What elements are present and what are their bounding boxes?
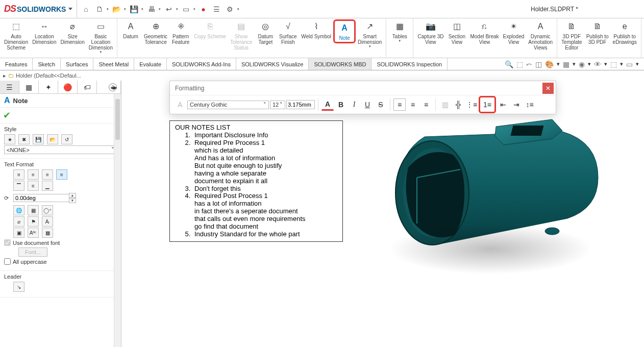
note-lock-icon[interactable]: A xyxy=(174,98,186,111)
ribbon-capture-3d-view[interactable]: 📷Capture 3DView xyxy=(415,19,445,46)
tab-evaluate[interactable]: Evaluate xyxy=(134,58,167,70)
undo-icon[interactable]: ↩ xyxy=(164,4,174,14)
valign-bot-icon[interactable]: ▁ xyxy=(42,181,53,191)
line-spacing-icon[interactable]: ↕≡ xyxy=(524,98,536,111)
open-icon[interactable]: 📂 xyxy=(112,4,122,14)
bullet-list-icon[interactable]: ⋮≡ xyxy=(465,98,478,111)
close-icon[interactable]: ✕ xyxy=(542,83,554,94)
use-doc-font-checkbox[interactable] xyxy=(4,239,11,246)
link-dim-icon[interactable]: ⌀ xyxy=(13,216,24,227)
tab-solidworks-visualize[interactable]: SOLIDWORKS Visualize xyxy=(236,58,309,70)
insert-geom-icon[interactable]: 🌐 xyxy=(13,205,24,215)
number-list-icon[interactable]: 1≡ xyxy=(481,98,493,111)
angle-spin-up[interactable]: ▴ xyxy=(69,193,76,198)
justify-center-icon[interactable]: ≡ xyxy=(407,98,419,111)
feature-tree-tab-icon[interactable]: ☰ xyxy=(0,81,19,93)
ribbon-copy-scheme[interactable]: ⎘Copy Scheme xyxy=(192,19,228,40)
ribbon-auto-dimension-scheme[interactable]: ⬚AutoDimensionScheme xyxy=(2,19,30,52)
select-icon[interactable]: ▭ xyxy=(181,4,191,14)
ribbon-basic-location-dimension[interactable]: ▭BasicLocationDimension▼ xyxy=(87,19,115,55)
ribbon-surface-finish[interactable]: √SurfaceFinish xyxy=(277,19,299,46)
column-icon[interactable]: ▥ xyxy=(439,98,451,111)
justify-left-icon[interactable]: ≡ xyxy=(393,98,406,111)
ribbon-3d-pdf-template-editor[interactable]: 🗎3D PDFTemplateEditor xyxy=(559,19,584,52)
rebuild-icon[interactable]: ● xyxy=(199,4,209,14)
property-tab-icon[interactable]: ▦ xyxy=(19,81,39,93)
hide-show-icon[interactable]: ▦ xyxy=(563,60,569,68)
print-icon[interactable]: 🖶 xyxy=(146,4,157,14)
sf-icon[interactable]: ▦ xyxy=(42,228,53,238)
ribbon-smart-dimension[interactable]: ↗SmartDimension▼ xyxy=(356,19,384,49)
ribbon-weld-symbol[interactable]: ⌇Weld Symbol xyxy=(299,19,333,40)
add-sym-icon[interactable]: Aᵢ xyxy=(42,216,53,227)
tab-solidworks-mbd[interactable]: SOLIDWORKS MBD xyxy=(309,58,371,70)
ribbon-pattern-feature[interactable]: ⁜PatternFeature xyxy=(169,19,192,46)
ribbon-publish-to-3d-pdf[interactable]: 🗎Publish to3D PDF xyxy=(584,19,611,46)
valign-top-icon[interactable]: ▔ xyxy=(13,181,24,191)
ribbon-location-dimension[interactable]: ↔LocationDimension xyxy=(30,19,58,46)
graphics-area[interactable]: Formatting ✕ A Century Gothic˅ 12˅ A B I… xyxy=(121,81,644,347)
list-icon[interactable]: ☰ xyxy=(212,4,222,14)
ribbon-model-break-view[interactable]: ⎌Model BreakView xyxy=(468,19,501,46)
flag-icon[interactable]: ⚑ xyxy=(28,216,39,227)
dimxpert-tab-icon[interactable]: 🏷 xyxy=(78,81,97,93)
view-orient-icon[interactable]: 👁 xyxy=(594,60,601,68)
appearance-tab-icon[interactable]: 🔴 xyxy=(58,81,78,93)
tab-features[interactable]: Features xyxy=(0,58,33,70)
bold-icon[interactable]: B xyxy=(335,98,347,111)
align-just-icon[interactable]: ≡ xyxy=(56,169,67,180)
zoom-fit-icon[interactable]: 🔍 xyxy=(505,60,513,68)
font-color-icon[interactable]: A xyxy=(321,98,334,111)
prev-view-icon[interactable]: ⤺ xyxy=(526,60,532,68)
save-fav-icon[interactable]: 💾 xyxy=(33,134,44,144)
indent-icon[interactable]: ⇥ xyxy=(510,98,523,111)
ribbon-publish-to-edrawings[interactable]: ePublish toeDrawings xyxy=(611,19,639,46)
tab-solidworks-inspection[interactable]: SOLIDWORKS Inspection xyxy=(371,58,448,70)
section-icon[interactable]: ◫ xyxy=(535,60,542,68)
insert-hole-icon[interactable]: ▦ xyxy=(28,205,39,215)
config-tab-icon[interactable]: ✦ xyxy=(39,81,58,93)
app-menu-drop-icon[interactable] xyxy=(68,8,72,10)
font-button[interactable]: Font... xyxy=(18,247,47,257)
ribbon-tables[interactable]: ▦Tables▼ xyxy=(388,19,411,44)
tree-expand-icon[interactable]: ▸ xyxy=(3,72,6,79)
align-left-icon[interactable]: ≡ xyxy=(13,169,24,180)
justify-right-icon[interactable]: ≡ xyxy=(420,98,432,111)
italic-icon[interactable]: I xyxy=(348,98,360,111)
tab-solidworks-add-ins[interactable]: SOLIDWORKS Add-Ins xyxy=(167,58,236,70)
del-fav-icon[interactable]: ✖ xyxy=(18,134,30,144)
fit-text-icon[interactable]: ╬ xyxy=(452,98,464,111)
ribbon-note[interactable]: ANote xyxy=(333,19,356,43)
align-center-icon[interactable]: ≡ xyxy=(28,169,39,180)
ribbon-exploded-view[interactable]: ✴ExplodedView xyxy=(501,19,527,46)
font-family-dropdown[interactable]: Century Gothic˅ xyxy=(187,101,269,109)
angle-spin-down[interactable]: ▾ xyxy=(69,198,76,203)
geo-tol-icon[interactable]: ▣ xyxy=(13,228,24,238)
ribbon-geometric-tolerance[interactable]: ⊕GeometricTolerance xyxy=(142,19,169,46)
ribbon-datum-target[interactable]: ◎DatumTarget xyxy=(254,19,277,46)
display-style-icon[interactable]: 🎨 xyxy=(545,60,554,68)
stack-icon[interactable]: Aᴮᶜ xyxy=(28,228,39,238)
reset-fav-icon[interactable]: ↺ xyxy=(61,134,72,144)
tab-surfaces[interactable]: Surfaces xyxy=(61,58,93,70)
style-dropdown[interactable]: <NONE> ˅ xyxy=(4,145,117,154)
ribbon-dynamic-annotation-views[interactable]: ADynamicAnnotationViews xyxy=(526,19,555,52)
new-icon[interactable]: 🗋 xyxy=(94,4,105,14)
help-icon[interactable]: ? xyxy=(109,83,117,91)
options-icon[interactable]: ⚙ xyxy=(225,4,235,14)
insert-balloon-icon[interactable]: ◯⁺ xyxy=(42,205,53,215)
selection-breadcrumb[interactable]: ▸ 🗀 Holder (Default<<Defaul... xyxy=(0,70,644,81)
window-icon[interactable]: ▭ xyxy=(626,60,633,68)
ok-check-icon[interactable]: ✔ xyxy=(3,110,11,120)
valign-mid-icon[interactable]: ≡ xyxy=(28,181,39,191)
annotation-note[interactable]: OUR NOTES LIST Important Disclosure Info… xyxy=(169,120,343,242)
angle-input[interactable] xyxy=(13,194,69,202)
home-icon[interactable]: ⌂ xyxy=(81,4,91,14)
leader-style-icon[interactable]: ↘ xyxy=(13,282,24,292)
ribbon-size-dimension[interactable]: ⌀SizeDimension xyxy=(59,19,87,46)
ribbon-section-view[interactable]: ◫SectionView xyxy=(445,19,468,46)
appearance-icon[interactable]: ◉ xyxy=(579,60,585,68)
tab-sheet-metal[interactable]: Sheet Metal xyxy=(93,58,134,70)
tab-sketch[interactable]: Sketch xyxy=(33,58,61,70)
align-right-icon[interactable]: ≡ xyxy=(42,169,53,180)
